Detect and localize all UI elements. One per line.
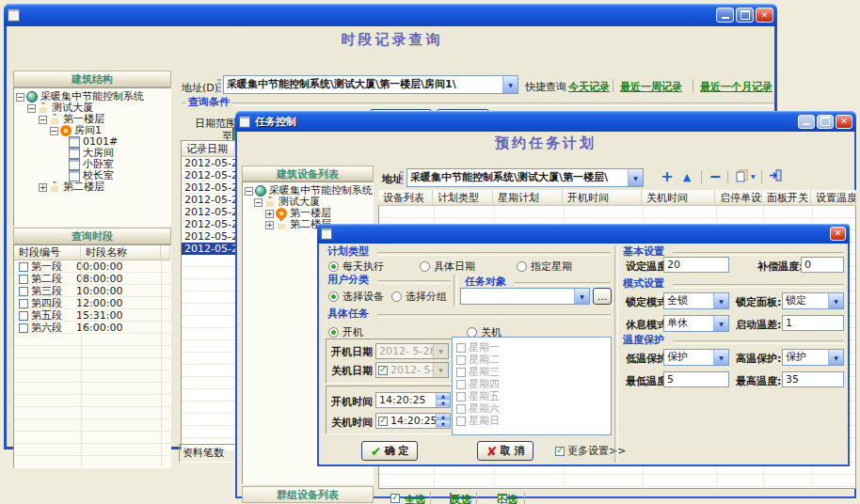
select-none-link[interactable]: 不选 [497, 493, 518, 504]
weekday-checkbox[interactable] [456, 417, 466, 426]
comp-temp-input[interactable]: 0 [801, 257, 844, 273]
copy-dropdown-icon[interactable]: ▼ [751, 173, 756, 180]
col-plan-type[interactable]: 计划类型 [433, 190, 493, 205]
link-last-week-records[interactable]: 最近一周记录 [620, 80, 682, 94]
on-time-field[interactable]: 14:20:25 [375, 392, 451, 408]
col-set-temp[interactable]: 设置温度 [811, 190, 856, 205]
weekday-item[interactable]: 星期六 [456, 402, 611, 415]
dropdown-arrow-icon[interactable] [628, 169, 643, 186]
record-query-titlebar[interactable]: ✕ [4, 4, 777, 26]
period-row[interactable]: 第三段10:00:00 [14, 285, 170, 297]
rest-mode-combobox[interactable]: 单休 [663, 315, 729, 332]
more-settings-checkbox[interactable] [555, 447, 565, 456]
weekday-checkbox[interactable] [456, 404, 466, 414]
collapse-icon[interactable] [50, 127, 58, 135]
dropdown-arrow-icon[interactable] [713, 316, 728, 331]
tree-item-floor1[interactable]: 第一楼层 [14, 114, 170, 125]
add-task-icon[interactable]: + [659, 167, 676, 184]
cancel-button[interactable]: ✘取 消 [477, 441, 534, 461]
period-checkbox[interactable] [19, 299, 28, 308]
period-row[interactable]: 第四段12:00:00 [14, 297, 170, 309]
tree-item-floor2[interactable]: 第二楼层 [14, 181, 170, 193]
select-all-checkbox[interactable] [390, 494, 400, 503]
col-device[interactable]: 设备列表 [378, 190, 433, 205]
low-protect-combobox[interactable]: 保护 [663, 349, 729, 366]
weekday-item[interactable]: 星期五 [456, 390, 611, 402]
weekday-item[interactable]: 星期二 [456, 354, 611, 366]
tree-item-building[interactable]: 测试大厦 [243, 197, 373, 208]
tree-item-system[interactable]: 采暖集中节能控制系统 [243, 185, 373, 197]
expand-icon[interactable] [39, 183, 47, 192]
close-button[interactable]: ✕ [830, 227, 846, 241]
radio-specific-date[interactable]: 具体日期 [420, 260, 475, 274]
period-row[interactable]: 第五段15:31:00 [14, 309, 170, 322]
expand-icon[interactable] [265, 221, 274, 229]
high-protect-combobox[interactable]: 保护 [782, 349, 844, 366]
radio-power-on[interactable]: 开机 [328, 325, 363, 339]
select-all-link[interactable]: 全选 [405, 493, 425, 504]
period-row[interactable]: 第六段16:00:00 [14, 322, 170, 334]
min-temp-input[interactable]: 5 [663, 371, 729, 387]
link-today-records[interactable]: 今天记录 [568, 80, 610, 94]
start-diff-input[interactable]: 1 [782, 315, 844, 331]
dropdown-arrow-icon[interactable] [828, 293, 843, 308]
remove-task-icon[interactable]: − [708, 167, 723, 184]
period-col-number[interactable]: 时段编号 [14, 245, 81, 260]
off-date-checkbox[interactable] [378, 366, 388, 375]
weekday-checkbox[interactable] [456, 380, 466, 389]
col-week-plan[interactable]: 星期计划 [493, 190, 563, 205]
set-temp-input[interactable]: 20 [663, 257, 729, 273]
tree-item-system[interactable]: 采暖集中节能控制系统 [14, 91, 170, 102]
dropdown-arrow-icon[interactable] [828, 350, 843, 365]
dropdown-arrow-icon[interactable] [574, 289, 589, 304]
period-checkbox[interactable] [19, 311, 28, 321]
weekday-item[interactable]: 星期日 [456, 415, 611, 427]
period-checkbox[interactable] [19, 275, 28, 284]
dropdown-arrow-icon[interactable] [713, 293, 728, 308]
browse-target-button[interactable]: ... [593, 288, 612, 305]
period-row[interactable]: 第一段00:00:00 [14, 260, 170, 273]
tree-item-floor1[interactable]: 第一楼层 [243, 208, 373, 219]
tree-item-device[interactable]: 大房间 [14, 148, 170, 159]
col-panel-switch[interactable]: 面板开关 [762, 190, 811, 205]
off-time-checkbox[interactable] [378, 417, 388, 426]
collapse-icon[interactable] [39, 116, 47, 124]
expand-icon[interactable] [265, 210, 274, 218]
maximize-button[interactable] [736, 8, 754, 23]
weekday-checkbox[interactable] [456, 368, 466, 377]
tree-item-building[interactable]: 测试大厦 [14, 102, 170, 114]
link-last-month-records[interactable]: 最近一个月记录 [700, 80, 772, 94]
records-col-date[interactable]: 记录日期 [182, 141, 235, 156]
weekday-checkbox[interactable] [456, 392, 466, 402]
weekday-item[interactable]: 星期四 [456, 378, 611, 390]
collapse-icon[interactable] [245, 187, 253, 196]
move-up-icon[interactable]: ▲ [679, 169, 694, 184]
ok-button[interactable]: ✔确 定 [361, 441, 418, 461]
tree-item-room1[interactable]: 房间1 [14, 125, 170, 136]
radio-daily[interactable]: 每天执行 [328, 260, 384, 274]
lock-panel-combobox[interactable]: 锁定 [782, 292, 844, 309]
task-address-combobox[interactable]: 采暖集中节能控制系统\测试大厦\第一楼层\ [406, 168, 644, 187]
off-date-combobox[interactable]: 2012- 5-28 [375, 362, 449, 378]
exit-icon[interactable] [769, 169, 782, 182]
weekday-item[interactable]: 星期一 [456, 341, 611, 354]
on-date-combobox[interactable]: 2012- 5-28 [375, 343, 449, 359]
invert-selection-link[interactable]: 反选 [451, 493, 471, 504]
time-spinner[interactable] [436, 393, 450, 407]
weekday-checkbox[interactable] [456, 355, 466, 365]
period-row[interactable]: 第二段08:00:00 [14, 273, 170, 285]
collapse-icon[interactable] [254, 198, 263, 207]
period-checkbox[interactable] [19, 323, 28, 333]
task-target-combobox[interactable] [460, 288, 590, 305]
collapse-icon[interactable] [16, 93, 24, 102]
radio-select-group[interactable]: 选择分组 [391, 290, 447, 304]
minimize-button[interactable] [798, 115, 815, 129]
lock-mode-combobox[interactable]: 全锁 [663, 292, 729, 309]
time-spinner[interactable] [436, 414, 450, 428]
radio-select-device[interactable]: 选择设备 [328, 290, 384, 304]
dropdown-arrow-icon[interactable] [502, 76, 518, 93]
col-off-time[interactable]: 关机时间 [642, 190, 715, 205]
close-button[interactable]: ✕ [756, 8, 773, 23]
tree-item-device[interactable]: 小卧室 [14, 159, 170, 170]
period-checkbox[interactable] [19, 262, 28, 272]
